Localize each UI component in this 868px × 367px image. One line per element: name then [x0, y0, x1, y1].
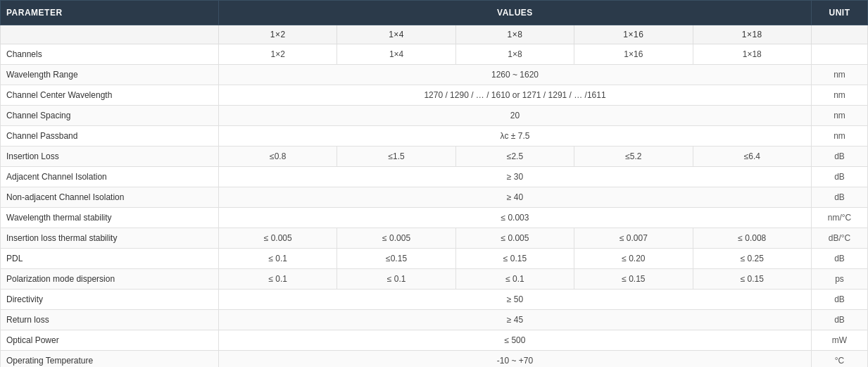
- table-row: Channels1×21×41×81×161×18: [1, 44, 868, 65]
- unit-cell: °C: [812, 351, 868, 368]
- table-row: Insertion loss thermal stability≤ 0.005≤…: [1, 228, 868, 249]
- unit-cell: nm: [812, 85, 868, 106]
- value-cell: ≤ 0.1: [337, 269, 455, 290]
- value-cell: ≤6.4: [693, 147, 811, 167]
- unit-cell: dB: [812, 147, 868, 167]
- unit-cell: nm: [812, 65, 868, 85]
- table-row: Wavelength thermal stability≤ 0.003nm/°C: [1, 208, 868, 228]
- value-cell: ≤ 0.007: [574, 228, 693, 249]
- value-cell-span: ≥ 40: [219, 187, 812, 208]
- param-cell: Channels: [1, 44, 219, 65]
- sub-unit-col: [812, 25, 868, 44]
- value-cell: 1×2: [219, 44, 337, 65]
- sub-param-col: [1, 25, 219, 44]
- sub-header-row: 1×2 1×4 1×8 1×16 1×18: [1, 25, 868, 44]
- value-cell: ≤0.15: [337, 249, 455, 269]
- value-cell: ≤2.5: [455, 147, 574, 167]
- param-cell: Insertion loss thermal stability: [1, 228, 219, 249]
- param-cell: Insertion Loss: [1, 147, 219, 167]
- param-cell: Wavelength Range: [1, 65, 219, 85]
- value-cell: ≤ 0.1: [455, 269, 574, 290]
- table-row: PDL≤ 0.1≤0.15≤ 0.15≤ 0.20≤ 0.25dB: [1, 249, 868, 269]
- col-1x16-header: 1×16: [574, 25, 693, 44]
- table-row: Channel Passbandλc ± 7.5nm: [1, 126, 868, 147]
- value-cell-span: ≥ 45: [219, 310, 812, 330]
- value-cell: ≤ 0.15: [693, 269, 811, 290]
- value-cell: ≤1.5: [337, 147, 455, 167]
- value-cell-span: λc ± 7.5: [219, 126, 812, 147]
- unit-cell: mW: [812, 330, 868, 351]
- value-cell-span: 20: [219, 106, 812, 126]
- value-cell: ≤ 0.005: [337, 228, 455, 249]
- table-body: Channels1×21×41×81×161×18Wavelength Rang…: [1, 44, 868, 368]
- param-cell: Channel Center Wavelength: [1, 85, 219, 106]
- table-row: Adjacent Channel Isolation≥ 30dB: [1, 167, 868, 187]
- value-cell: 1×16: [574, 44, 693, 65]
- table-row: Operating Temperature-10 ~ +70°C: [1, 351, 868, 368]
- param-cell: PDL: [1, 249, 219, 269]
- unit-cell: dB: [812, 310, 868, 330]
- unit-cell: dB: [812, 167, 868, 187]
- value-cell: ≤0.8: [219, 147, 337, 167]
- values-header: VALUES: [219, 1, 812, 25]
- col-1x18-header: 1×18: [693, 25, 811, 44]
- unit-cell: ps: [812, 269, 868, 290]
- value-cell-span: ≥ 30: [219, 167, 812, 187]
- param-cell: Return loss: [1, 310, 219, 330]
- value-cell-span: -10 ~ +70: [219, 351, 812, 368]
- value-cell: ≤ 0.15: [455, 249, 574, 269]
- table-row: Return loss≥ 45dB: [1, 310, 868, 330]
- unit-cell: dB: [812, 187, 868, 208]
- unit-cell: dB: [812, 290, 868, 310]
- value-cell: ≤ 0.005: [455, 228, 574, 249]
- param-header: PARAMETER: [1, 1, 219, 25]
- specs-table: PARAMETER VALUES UNIT 1×2 1×4 1×8 1×16 1…: [0, 0, 868, 367]
- value-cell-span: ≥ 50: [219, 290, 812, 310]
- value-cell: ≤5.2: [574, 147, 693, 167]
- param-cell: Directivity: [1, 290, 219, 310]
- param-cell: Channel Passband: [1, 126, 219, 147]
- main-header-row: PARAMETER VALUES UNIT: [1, 1, 868, 25]
- param-cell: Operating Temperature: [1, 351, 219, 368]
- param-cell: Channel Spacing: [1, 106, 219, 126]
- value-cell: 1×18: [693, 44, 811, 65]
- table-row: Wavelength Range1260 ~ 1620nm: [1, 65, 868, 85]
- value-cell-span: ≤ 500: [219, 330, 812, 351]
- value-cell: ≤ 0.008: [693, 228, 811, 249]
- value-cell: ≤ 0.1: [219, 269, 337, 290]
- col-1x4-header: 1×4: [337, 25, 455, 44]
- unit-cell: dB: [812, 249, 868, 269]
- unit-cell: nm/°C: [812, 208, 868, 228]
- table-row: Channel Spacing20nm: [1, 106, 868, 126]
- value-cell: ≤ 0.20: [574, 249, 693, 269]
- value-cell-span: ≤ 0.003: [219, 208, 812, 228]
- table-row: Directivity≥ 50dB: [1, 290, 868, 310]
- param-cell: Non-adjacent Channel Isolation: [1, 187, 219, 208]
- table-row: Polarization mode dispersion≤ 0.1≤ 0.1≤ …: [1, 269, 868, 290]
- value-cell: ≤ 0.15: [574, 269, 693, 290]
- unit-cell: [812, 44, 868, 65]
- param-cell: Optical Power: [1, 330, 219, 351]
- unit-cell: dB/°C: [812, 228, 868, 249]
- param-cell: Polarization mode dispersion: [1, 269, 219, 290]
- param-cell: Adjacent Channel Isolation: [1, 167, 219, 187]
- value-cell: 1×8: [455, 44, 574, 65]
- value-cell: 1×4: [337, 44, 455, 65]
- value-cell: ≤ 0.1: [219, 249, 337, 269]
- col-1x8-header: 1×8: [455, 25, 574, 44]
- value-cell-span: 1260 ~ 1620: [219, 65, 812, 85]
- param-cell: Wavelength thermal stability: [1, 208, 219, 228]
- unit-cell: nm: [812, 126, 868, 147]
- value-cell: ≤ 0.005: [219, 228, 337, 249]
- col-1x2-header: 1×2: [219, 25, 337, 44]
- unit-header: UNIT: [812, 1, 868, 25]
- value-cell-span: 1270 / 1290 / … / 1610 or 1271 / 1291 / …: [219, 85, 812, 106]
- table-row: Insertion Loss≤0.8≤1.5≤2.5≤5.2≤6.4dB: [1, 147, 868, 167]
- table-row: Optical Power≤ 500mW: [1, 330, 868, 351]
- specs-table-container: PARAMETER VALUES UNIT 1×2 1×4 1×8 1×16 1…: [0, 0, 868, 367]
- table-row: Channel Center Wavelength1270 / 1290 / ……: [1, 85, 868, 106]
- table-row: Non-adjacent Channel Isolation≥ 40dB: [1, 187, 868, 208]
- value-cell: ≤ 0.25: [693, 249, 811, 269]
- unit-cell: nm: [812, 106, 868, 126]
